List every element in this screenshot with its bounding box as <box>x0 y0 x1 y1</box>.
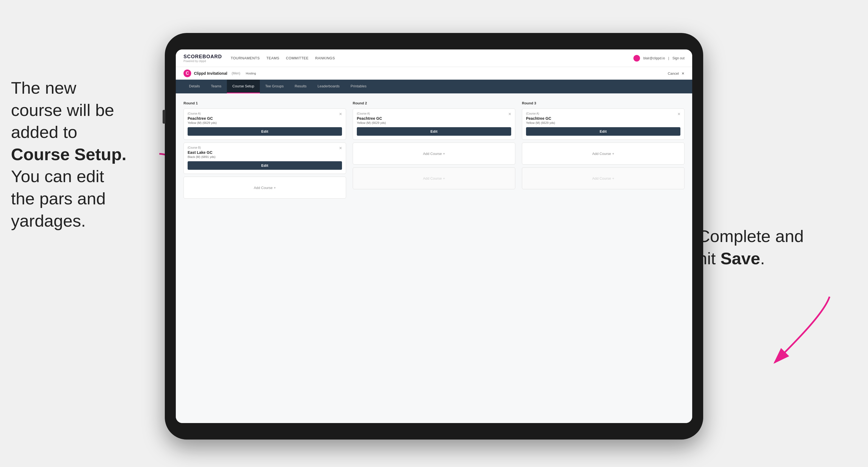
tablet-frame: SCOREBOARD Powered by clippd TOURNAMENTS… <box>165 33 703 439</box>
tab-teams[interactable]: Teams <box>206 80 227 93</box>
round1-course-b-card: (Course B) East Lake GC Black (M) (6891 … <box>184 143 346 174</box>
tab-printables[interactable]: Printables <box>345 80 372 93</box>
round3-course-a-badge: (Course A) <box>526 112 680 115</box>
round2-course-a-edit-button[interactable]: Edit <box>357 127 511 136</box>
annotation-line6: the pars and <box>11 189 106 208</box>
round2-add-course-button[interactable]: Add Course + <box>353 143 515 164</box>
round3-course-a-card: (Course A) Peachtree GC Yellow (M) (6629… <box>522 108 684 140</box>
round1-course-a-name: Peachtree GC <box>188 116 342 121</box>
annotation-line2: course will be <box>11 100 114 120</box>
round1-course-a-tee: Yellow (M) (6629 yds) <box>188 121 342 124</box>
round1-course-b-badge: (Course B) <box>188 146 342 149</box>
round1-course-a-edit-button[interactable]: Edit <box>188 127 342 136</box>
annotation-right-line1: Complete and <box>698 227 804 246</box>
right-arrow-svg <box>758 291 840 368</box>
round1-add-course-button[interactable]: Add Course + <box>184 177 346 198</box>
clippd-logo: C <box>184 69 191 77</box>
round2-course-a-card: (Course A) Peachtree GC Yellow (M) (6629… <box>353 108 515 140</box>
annotation-line3: added to <box>11 123 77 142</box>
tournament-name: Clippd Invitational <box>194 71 227 75</box>
rounds-grid: Round 1 (Course A) Peachtree GC Yellow (… <box>184 101 684 201</box>
round2-course-a-name: Peachtree GC <box>357 116 511 121</box>
scoreboard-logo: SCOREBOARD Powered by clippd <box>184 54 222 63</box>
round3-add-course-button[interactable]: Add Course + <box>522 143 684 164</box>
round1-course-a-card: (Course A) Peachtree GC Yellow (M) (6629… <box>184 108 346 140</box>
powered-by-text: Powered by clippd <box>184 60 222 63</box>
tournament-info: C Clippd Invitational (Men) Hosting <box>184 69 256 77</box>
round3-add-course-disabled: Add Course + <box>522 167 684 189</box>
left-annotation: The new course will be added to Course S… <box>11 77 154 232</box>
round1-course-b-tee: Black (M) (6891 yds) <box>188 155 342 158</box>
tab-tee-groups[interactable]: Tee Groups <box>260 80 289 93</box>
round-3-column: Round 3 (Course A) Peachtree GC Yellow (… <box>522 101 684 201</box>
round1-course-b-name: East Lake GC <box>188 150 342 155</box>
user-avatar <box>633 55 640 62</box>
round3-course-a-tee: Yellow (M) (6629 yds) <box>526 121 680 124</box>
nav-link-rankings[interactable]: RANKINGS <box>315 56 335 60</box>
tournament-header: C Clippd Invitational (Men) Hosting Canc… <box>176 67 692 80</box>
round1-course-b-delete-icon[interactable]: ✕ <box>338 146 343 151</box>
nav-left: SCOREBOARD Powered by clippd TOURNAMENTS… <box>184 54 335 63</box>
annotation-line5: You can edit <box>11 167 104 186</box>
annotation-line1: The new <box>11 78 76 97</box>
nav-link-tournaments[interactable]: TOURNAMENTS <box>231 56 260 60</box>
round1-course-a-badge: (Course A) <box>188 112 342 115</box>
cancel-button[interactable]: Cancel ✕ <box>668 71 684 75</box>
round1-course-b-edit-button[interactable]: Edit <box>188 161 342 170</box>
main-content: Round 1 (Course A) Peachtree GC Yellow (… <box>176 93 692 423</box>
annotation-line7: yardages. <box>11 211 86 230</box>
round2-add-course-disabled: Add Course + <box>353 167 515 189</box>
tab-results[interactable]: Results <box>289 80 312 93</box>
nav-link-committee[interactable]: COMMITTEE <box>286 56 309 60</box>
nav-right: blair@clippd.io | Sign out <box>633 55 684 62</box>
round2-course-a-tee: Yellow (M) (6629 yds) <box>357 121 511 124</box>
nav-separator: | <box>668 56 669 60</box>
right-annotation: Complete and hit Save. <box>698 225 824 270</box>
round-2-label: Round 2 <box>353 101 515 105</box>
round3-course-a-name: Peachtree GC <box>526 116 680 121</box>
annotation-right-line2: hit Save. <box>698 249 765 268</box>
nav-link-teams[interactable]: TEAMS <box>267 56 279 60</box>
user-email: blair@clippd.io <box>643 56 665 60</box>
tab-details[interactable]: Details <box>184 80 206 93</box>
cancel-area: Cancel ✕ <box>668 71 684 76</box>
round-2-column: Round 2 (Course A) Peachtree GC Yellow (… <box>353 101 515 201</box>
tablet-screen: SCOREBOARD Powered by clippd TOURNAMENTS… <box>176 50 692 423</box>
round2-course-a-delete-icon[interactable]: ✕ <box>507 112 512 117</box>
round2-course-a-badge: (Course A) <box>357 112 511 115</box>
tab-course-setup[interactable]: Course Setup <box>227 80 260 93</box>
top-nav: SCOREBOARD Powered by clippd TOURNAMENTS… <box>176 50 692 67</box>
round3-course-a-edit-button[interactable]: Edit <box>526 127 680 136</box>
tabs-bar: Details Teams Course Setup Tee Groups Re… <box>176 80 692 93</box>
scoreboard-title: SCOREBOARD <box>184 54 222 60</box>
tablet-volume-button <box>163 110 165 124</box>
round-3-label: Round 3 <box>522 101 684 105</box>
hosting-badge: Hosting <box>246 72 256 75</box>
round-1-column: Round 1 (Course A) Peachtree GC Yellow (… <box>184 101 346 201</box>
tournament-gender: (Men) <box>231 71 240 75</box>
sign-out-link[interactable]: Sign out <box>673 56 684 60</box>
nav-links: TOURNAMENTS TEAMS COMMITTEE RANKINGS <box>231 56 335 60</box>
round1-course-a-delete-icon[interactable]: ✕ <box>338 112 343 117</box>
tab-leaderboards[interactable]: Leaderboards <box>312 80 345 93</box>
annotation-line4: Course Setup. <box>11 145 126 164</box>
round3-course-a-delete-icon[interactable]: ✕ <box>677 112 681 117</box>
round-1-label: Round 1 <box>184 101 346 105</box>
